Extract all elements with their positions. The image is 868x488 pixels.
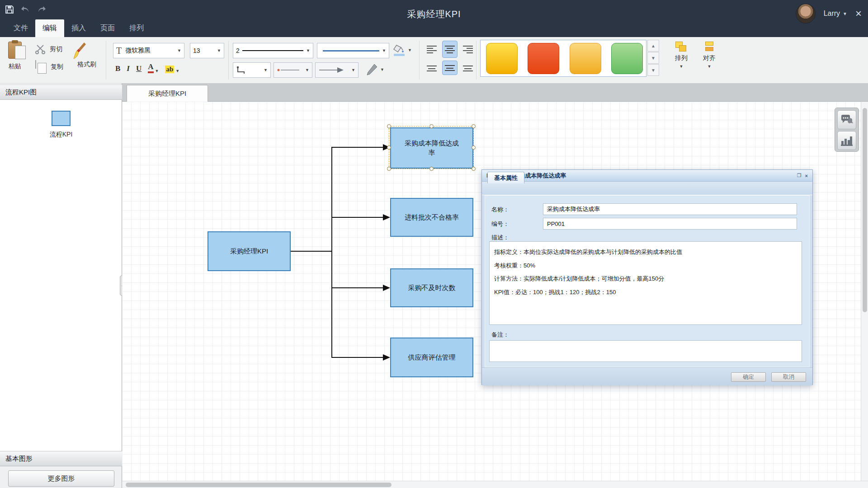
chart-button[interactable] (837, 131, 856, 150)
arrow-style-select[interactable]: ▼ (315, 62, 359, 78)
arrange-button[interactable]: 排列 ▼ (668, 39, 694, 74)
diagram-canvas[interactable]: 采购经理KPI 采购成本降低达成率 进料批次不合格率 采购不及时次数 供应商评估… (122, 102, 868, 481)
code-field[interactable]: PP001 (543, 218, 797, 230)
chevron-down-icon: ▼ (175, 69, 179, 73)
menu-arrange[interactable]: 排列 (122, 19, 151, 37)
font-size-select[interactable]: 13 ▼ (190, 43, 224, 58)
underline-button[interactable]: U (136, 64, 142, 73)
connector-to-child3[interactable] (331, 287, 383, 288)
resize-handle-s[interactable] (429, 167, 434, 171)
connector-trunk-vertical[interactable] (331, 147, 332, 358)
pen-icon (365, 63, 378, 76)
font-family-select[interactable]: T 微软雅黑 ▼ (113, 43, 184, 58)
comments-icon (840, 114, 853, 125)
swatch-more-button[interactable]: ▼ (647, 64, 659, 76)
style-swatch-yellow[interactable] (486, 43, 518, 74)
align-objects-button[interactable]: 对齐 ▼ (696, 39, 722, 74)
horizontal-scrollbar[interactable] (122, 481, 868, 488)
user-menu[interactable]: Larry ▼ (824, 9, 847, 18)
connector-type-select[interactable]: ▼ (233, 62, 271, 78)
align-center-button[interactable] (442, 41, 458, 58)
connector-trunk[interactable] (291, 251, 331, 252)
shape-thumbnail-process-kpi[interactable] (52, 111, 71, 126)
comments-button[interactable] (837, 110, 856, 129)
style-swatch-green[interactable] (611, 43, 643, 74)
dialog-restore-icon[interactable]: ❐ (797, 173, 802, 178)
pen-color-button[interactable]: ▼ (365, 63, 384, 76)
bold-button[interactable]: B (115, 64, 120, 73)
horizontal-scrollbar-thumb[interactable] (126, 483, 392, 487)
menu-edit[interactable]: 编辑 (35, 19, 64, 37)
node-child2[interactable]: 进料批次不合格率 (390, 198, 473, 237)
connector-to-child4[interactable] (331, 357, 383, 358)
dialog-titlebar[interactable]: KPI属性 - 采购成本降低达成率 ❐ × (482, 170, 812, 182)
avatar[interactable] (796, 4, 816, 23)
more-shapes-button[interactable]: 更多图形 (8, 470, 114, 487)
resize-handle-sw[interactable] (387, 167, 391, 171)
connector-to-child1[interactable] (331, 147, 383, 148)
canvas-side-toolbar (835, 108, 859, 152)
document-tabstrip: 采购经理KPI (122, 84, 868, 102)
line-style-icon (277, 68, 300, 72)
italic-button[interactable]: I (127, 64, 130, 73)
fill-color-button[interactable]: ▼ (392, 43, 412, 57)
resize-handle-nw[interactable] (387, 124, 391, 128)
align-right-button[interactable] (460, 42, 476, 56)
dialog-close-icon[interactable]: × (805, 173, 808, 178)
line-width-select[interactable]: 2 ▼ (233, 43, 313, 58)
valign-middle-button[interactable] (442, 61, 458, 75)
resize-handle-e[interactable] (472, 145, 476, 150)
menu-page[interactable]: 页面 (93, 19, 122, 37)
chevron-down-icon: ▼ (382, 48, 386, 53)
line-color-select[interactable]: ▼ (317, 43, 389, 58)
chevron-down-icon: ▼ (305, 68, 309, 72)
node-child4[interactable]: 供应商评估管理 (390, 338, 473, 377)
document-tab-active[interactable]: 采购经理KPI (127, 85, 208, 102)
menu-file[interactable]: 文件 (6, 19, 35, 37)
close-icon[interactable]: × (855, 8, 862, 19)
resize-handle-w[interactable] (387, 145, 391, 150)
description-line: 计算方法：实际降低成本/计划降低成本；可增加分值，最高150分 (494, 272, 797, 286)
sidebar-basic-shapes-header[interactable]: 基本图形 (0, 451, 122, 466)
ok-button[interactable]: 确定 (731, 372, 766, 382)
resize-handle-se[interactable] (472, 167, 476, 171)
menu-insert[interactable]: 插入 (64, 19, 93, 37)
description-field[interactable]: 指标定义：本岗位实际达成降低的采购成本与计划降低的采购成本的比值 考核权重：50… (489, 241, 802, 325)
align-left-button[interactable] (424, 42, 439, 56)
shapes-sidebar: 流程KPI图 流程KPI 基本图形 更多图形 (0, 84, 122, 488)
line-style-select[interactable]: ▼ (274, 62, 312, 78)
vertical-scrollbar[interactable] (861, 102, 868, 481)
style-swatch-orange[interactable] (570, 43, 601, 74)
valign-bottom-button[interactable] (460, 61, 476, 75)
node-root[interactable]: 采购经理KPI (208, 231, 291, 271)
font-icon: T (116, 46, 122, 56)
node-child3[interactable]: 采购不及时次数 (390, 268, 473, 307)
sidebar-panel-header[interactable]: 流程KPI图 (0, 84, 122, 100)
down-arrow-icon: ▼ (651, 68, 656, 73)
chevron-down-icon: ▼ (217, 48, 221, 53)
elbow-connector-icon (236, 66, 246, 75)
cancel-button[interactable]: 取消 (771, 372, 806, 382)
chevron-down-icon: ▼ (351, 68, 355, 72)
chevron-down-icon: ▼ (380, 67, 384, 72)
swatch-scroll-up-button[interactable]: ▲ (647, 40, 659, 52)
format-painter-button[interactable]: 格式刷 (72, 42, 101, 69)
dialog-button-row: 确定 取消 (482, 367, 812, 385)
swatch-scroll-down-button[interactable]: ▼ (647, 52, 659, 64)
highlight-button[interactable]: ab ▼ (165, 66, 179, 73)
description-label: 描述： (491, 234, 509, 242)
style-swatch-red[interactable] (528, 43, 559, 74)
resize-handle-ne[interactable] (472, 124, 476, 128)
chevron-down-icon: ▼ (177, 48, 181, 53)
copy-button[interactable]: 复制 (35, 61, 63, 73)
resize-handle-n[interactable] (429, 124, 434, 128)
vertical-scrollbar-thumb[interactable] (863, 108, 867, 312)
cut-button[interactable]: 剪切 (35, 44, 62, 54)
valign-top-button[interactable] (424, 61, 439, 75)
notes-field[interactable] (489, 340, 802, 362)
paste-button[interactable]: 粘贴 (8, 42, 22, 70)
connector-to-child2[interactable] (331, 217, 383, 218)
dialog-tab-basic[interactable]: 基本属性 (487, 172, 524, 183)
name-field[interactable]: 采购成本降低达成率 (543, 203, 797, 215)
font-color-button[interactable]: A ▼ (148, 62, 159, 73)
